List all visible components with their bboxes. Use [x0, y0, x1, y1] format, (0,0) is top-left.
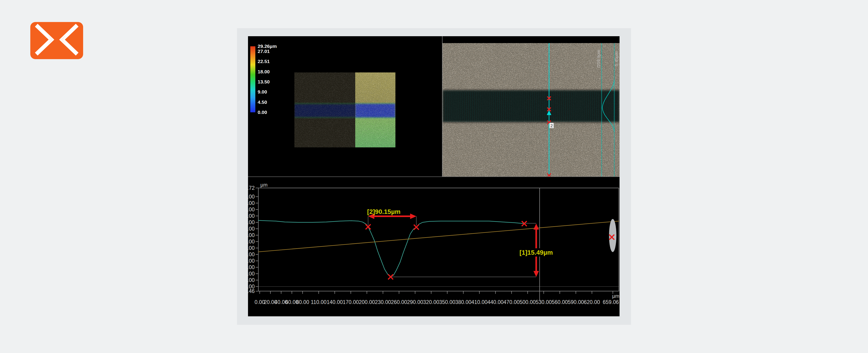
profile-chart[interactable]: 0.0020.0040.0060.0080.00110.00140.00170.…	[248, 177, 620, 316]
height-scale-label: 4.50	[258, 100, 267, 105]
x-tick-label: 260.00	[391, 299, 407, 305]
y-tick-label: 26.00	[248, 200, 255, 206]
plot-border	[258, 188, 619, 291]
arrowhead-right-icon	[410, 213, 416, 219]
x-tick-label: 500.00	[520, 299, 536, 305]
height-scale-label: 0.00	[258, 110, 267, 115]
y-tick-label: 16.00	[248, 232, 255, 238]
x-tick-label: 0.00	[255, 299, 265, 305]
y-axis-unit: µm	[260, 182, 268, 188]
series-reference-line	[258, 221, 619, 252]
y-tick-label: 18.00	[248, 226, 255, 232]
height-map-image[interactable]	[294, 72, 396, 148]
x-tick-label: 290.00	[407, 299, 423, 305]
x-tick-label: 560.00	[552, 299, 568, 305]
y-tick-label: -1.46	[248, 288, 255, 294]
micrograph-image[interactable]: 2 /209.9µm 5.45µm	[442, 43, 620, 177]
x-tick-label: 80.00	[296, 299, 309, 305]
height-scale-label: 22.51	[258, 59, 270, 64]
x-tick-label: 590.00	[568, 299, 584, 305]
width-annotation-label: [2]90.15µm	[367, 208, 401, 215]
y-tick-label: 4.00	[248, 271, 255, 277]
y-tick-label: 24.00	[248, 207, 255, 212]
x-tick-label: 620.00	[584, 299, 600, 305]
x-tick-label: 230.00	[375, 299, 391, 305]
height-color-scale	[250, 46, 255, 112]
height-scale-label: 13.50	[258, 79, 270, 84]
x-tick-label: 200.00	[359, 299, 375, 305]
height-scale-label: 18.00	[258, 69, 270, 74]
arrowhead-up-icon	[533, 224, 539, 230]
rotated-measure-label-1: /209.9µm	[596, 49, 601, 68]
y-tick-label: 10.00	[248, 251, 255, 257]
brand-logo	[30, 22, 83, 59]
measurement-panel: 29.26µm27.0122.5118.0013.509.004.500.00	[237, 28, 631, 325]
height-scale-label: 9.00	[258, 89, 267, 95]
x-tick-label: 410.00	[471, 299, 488, 305]
x-tick-label: 140.00	[327, 299, 343, 305]
x-tick-label: 659.06	[603, 299, 619, 305]
x-axis-unit: µm	[612, 293, 619, 299]
y-tick-label: 12.00	[248, 245, 255, 251]
x-tick-label: 170.00	[343, 299, 359, 305]
y-tick-label: 2.00	[248, 277, 255, 283]
viewer-content: 29.26µm27.0122.5118.0013.509.004.500.00	[248, 36, 620, 316]
micrograph-view[interactable]: 2 /209.9µm 5.45µm	[442, 36, 620, 176]
height-scale-label: 29.26µm	[258, 43, 277, 49]
y-tick-label: 22.00	[248, 213, 255, 219]
x-tick-label: 380.00	[455, 299, 471, 305]
x-tick-label: 110.00	[311, 299, 327, 305]
rotated-measure-label-2: 5.45µm	[614, 51, 619, 66]
dark-groove-band	[442, 90, 620, 122]
x-tick-label: 440.00	[488, 299, 503, 305]
x-tick-label: 320.00	[423, 299, 439, 305]
app-window: 29.26µm27.0122.5118.0013.509.004.500.00	[0, 0, 868, 353]
y-tick-label: 28.00	[248, 194, 255, 200]
y-tick-label: 14.00	[248, 239, 255, 245]
y-tick-label: 8.00	[248, 258, 255, 264]
y-tick-label: 30.72	[248, 185, 255, 191]
y-tick-label: 20.00	[248, 219, 255, 225]
height-map-view[interactable]: 29.26µm27.0122.5118.0013.509.004.500.00	[248, 36, 442, 176]
x-tick-label: 470.00	[503, 299, 520, 305]
depth-annotation-label: [1]15.49µm	[520, 249, 553, 256]
x-tick-label: 350.00	[439, 299, 455, 305]
section-marker-label: 2	[551, 123, 553, 128]
height-scale-label: 27.01	[258, 48, 270, 54]
view-divider	[442, 36, 442, 176]
arrowhead-down-icon	[533, 271, 539, 277]
x-tick-label: 530.00	[536, 299, 552, 305]
y-tick-label: 6.00	[248, 264, 255, 270]
